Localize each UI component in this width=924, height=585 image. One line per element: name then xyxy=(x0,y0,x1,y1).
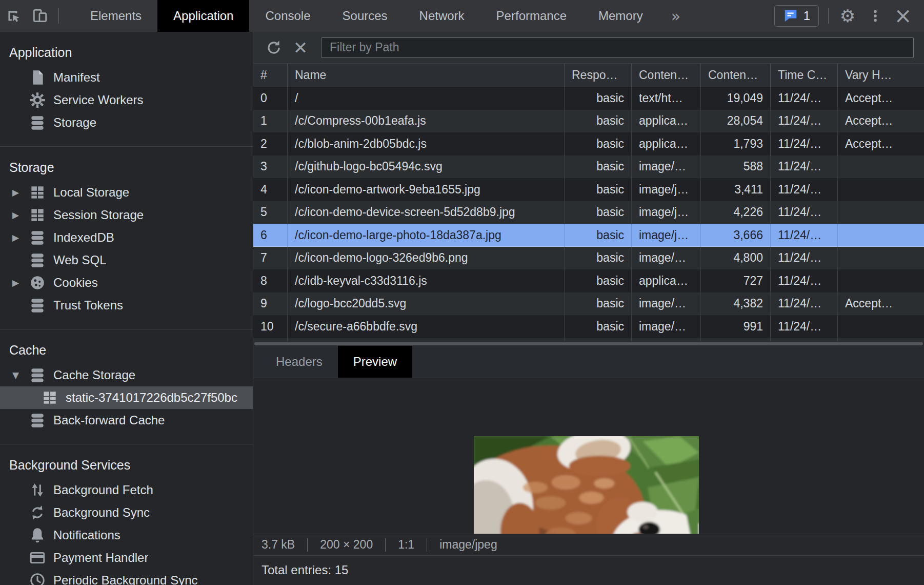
bell-icon xyxy=(29,526,46,544)
sidebar-item-session-storage[interactable]: ▶ Session Storage xyxy=(0,204,253,226)
cell-response-type: basic xyxy=(565,269,632,292)
tab-sources[interactable]: Sources xyxy=(327,0,404,32)
table-row[interactable]: 9 /c/logo-bcc20dd5.svg basic image/… 4,3… xyxy=(253,292,924,316)
horizontal-scrollbar[interactable] xyxy=(253,342,924,346)
table-row[interactable]: 2 /c/blob-anim-2db05bdc.js basic applica… xyxy=(253,132,924,155)
sidebar-item-back-forward-cache[interactable]: Back-forward Cache xyxy=(0,409,253,432)
column-header-vary-header[interactable]: Vary H… xyxy=(838,64,924,87)
sidebar-item-background-sync[interactable]: Background Sync xyxy=(0,501,253,524)
cell-content-length: 28,054 xyxy=(701,110,771,133)
sidebar-item-trust-tokens[interactable]: Trust Tokens xyxy=(0,294,253,317)
cell-response-type: basic xyxy=(565,87,632,110)
close-devtools-icon[interactable]: × xyxy=(889,5,917,27)
sidebar-item-web-sql[interactable]: Web SQL xyxy=(0,249,253,271)
sidebar-item-indexeddb[interactable]: ▶ IndexedDB xyxy=(0,226,253,249)
sidebar-item-local-storage[interactable]: ▶ Local Storage xyxy=(0,181,253,204)
tab-elements[interactable]: Elements xyxy=(74,0,157,32)
table-row-selected[interactable]: 6 /c/icon-demo-large-photo-18da387a.jpg … xyxy=(253,224,924,247)
sidebar-item-label: IndexedDB xyxy=(53,230,114,245)
sidebar-item-cookies[interactable]: ▶ Cookies xyxy=(0,271,253,294)
cell-name: /c/idb-keyval-c33d3116.js xyxy=(288,269,565,292)
toolbar-divider xyxy=(58,8,59,24)
table-row[interactable]: 3 /c/github-logo-bc05494c.svg basic imag… xyxy=(253,155,924,179)
clear-icon[interactable]: ✕ xyxy=(287,37,314,58)
inspect-element-button[interactable] xyxy=(0,0,27,32)
sidebar-item-notifications[interactable]: Notifications xyxy=(0,524,253,547)
panel-tabs: Elements Application Console Sources Net… xyxy=(74,0,693,32)
column-header-content-length[interactable]: Conten… xyxy=(701,64,771,87)
grid-table-icon xyxy=(29,184,46,201)
disclosure-collapsed-icon[interactable]: ▶ xyxy=(12,278,29,288)
sidebar-item-cache-storage[interactable]: ▼ Cache Storage xyxy=(0,364,253,386)
cell-content-length: 991 xyxy=(701,315,771,338)
disclosure-collapsed-icon[interactable]: ▶ xyxy=(12,210,29,220)
table-row[interactable]: 8 /c/idb-keyval-c33d3116.js basic applic… xyxy=(253,269,924,292)
table-row[interactable]: 4 /c/icon-demo-artwork-9eba1655.jpg basi… xyxy=(253,178,924,201)
toggle-device-toolbar-button[interactable] xyxy=(27,0,53,32)
database-icon xyxy=(29,297,46,314)
tab-console[interactable]: Console xyxy=(249,0,326,32)
cell-vary-header: Accept… xyxy=(838,292,924,316)
cell-time-cached: 11/24/… xyxy=(771,201,838,224)
disclosure-collapsed-icon[interactable]: ▶ xyxy=(12,232,29,243)
issues-button[interactable]: 1 xyxy=(774,5,819,27)
tab-network[interactable]: Network xyxy=(404,0,480,32)
scrollbar-thumb[interactable] xyxy=(254,342,923,345)
tab-memory[interactable]: Memory xyxy=(582,0,659,32)
tab-performance[interactable]: Performance xyxy=(480,0,582,32)
cell-response-type: basic xyxy=(565,315,632,338)
cell-index: 11 xyxy=(253,338,288,342)
cell-time-cached: 11/24/… xyxy=(771,247,838,270)
filter-by-path-input[interactable] xyxy=(321,37,914,58)
cell-content-type: applica… xyxy=(632,110,701,133)
section-storage: Storage ▶ Local Storage ▶ Session Storag… xyxy=(0,147,253,329)
settings-gear-icon[interactable]: ⚙ xyxy=(834,6,861,26)
column-header-index[interactable]: # xyxy=(253,64,288,87)
sidebar-item-background-fetch[interactable]: Background Fetch xyxy=(0,479,253,501)
cell-content-type: image/j… xyxy=(632,201,701,224)
tab-headers[interactable]: Headers xyxy=(260,346,338,378)
column-header-time-cached[interactable]: Time C… xyxy=(771,64,838,87)
database-icon xyxy=(29,114,46,131)
column-header-content-type[interactable]: Conten… xyxy=(632,64,701,87)
more-tabs-icon[interactable]: » xyxy=(659,0,693,32)
image-size: 3.7 kB xyxy=(262,538,295,552)
sidebar-item-periodic-background-sync[interactable]: Periodic Background Sync xyxy=(0,569,253,585)
image-dimensions: 200 × 200 xyxy=(320,538,373,552)
cell-content-length: 377 xyxy=(701,338,771,342)
sidebar-item-manifest[interactable]: Manifest xyxy=(0,66,253,89)
cell-vary-header xyxy=(838,247,924,270)
disclosure-collapsed-icon[interactable]: ▶ xyxy=(12,187,29,198)
cell-index: 1 xyxy=(253,110,288,133)
table-row[interactable]: 10 /c/secure-a66bbdfe.svg basic image/… … xyxy=(253,315,924,338)
disclosure-expanded-icon[interactable]: ▼ xyxy=(12,370,29,380)
cell-response-type: basic xyxy=(565,132,632,155)
table-row[interactable]: 1 /c/Compress-00b1eafa.js basic applica…… xyxy=(253,110,924,133)
sidebar-item-label: Local Storage xyxy=(53,185,129,200)
sidebar-item-label: static-3741017226db5c27f50bc xyxy=(66,391,237,405)
tab-preview[interactable]: Preview xyxy=(338,346,412,378)
issues-count: 1 xyxy=(804,9,810,23)
cell-time-cached: 11/24/… xyxy=(771,292,838,316)
cell-name: /c/icon-demo-large-photo-18da387a.jpg xyxy=(288,224,565,247)
table-row[interactable]: 0 / basic text/ht… 19,049 11/24/… Accept… xyxy=(253,87,924,110)
sidebar-item-service-workers[interactable]: Service Workers xyxy=(0,89,253,111)
sidebar-item-payment-handler[interactable]: Payment Handler xyxy=(0,547,253,569)
cell-content-length: 4,382 xyxy=(701,292,771,316)
table-row[interactable]: 11 /c/simple-253b2cd5.svg basic image/… … xyxy=(253,338,924,342)
table-row[interactable]: 5 /c/icon-demo-device-screen-5d52d8b9.jp… xyxy=(253,201,924,224)
more-options-icon[interactable] xyxy=(861,8,889,24)
tab-application[interactable]: Application xyxy=(157,0,249,32)
sidebar-item-cache-static[interactable]: static-3741017226db5c27f50bc xyxy=(0,386,253,409)
cell-index: 4 xyxy=(253,178,288,201)
column-header-response-type[interactable]: Respo… xyxy=(565,64,632,87)
cell-content-length: 4,800 xyxy=(701,247,771,270)
cell-content-type: image/… xyxy=(632,315,701,338)
sidebar-item-storage[interactable]: Storage xyxy=(0,111,253,134)
column-header-name[interactable]: Name xyxy=(288,64,565,87)
cell-index: 3 xyxy=(253,155,288,179)
section-background-services: Background Services Background Fetch Bac… xyxy=(0,444,253,585)
table-row[interactable]: 7 /c/icon-demo-logo-326ed9b6.png basic i… xyxy=(253,247,924,270)
refresh-button[interactable] xyxy=(260,39,287,56)
sidebar-item-label: Background Sync xyxy=(53,505,150,520)
